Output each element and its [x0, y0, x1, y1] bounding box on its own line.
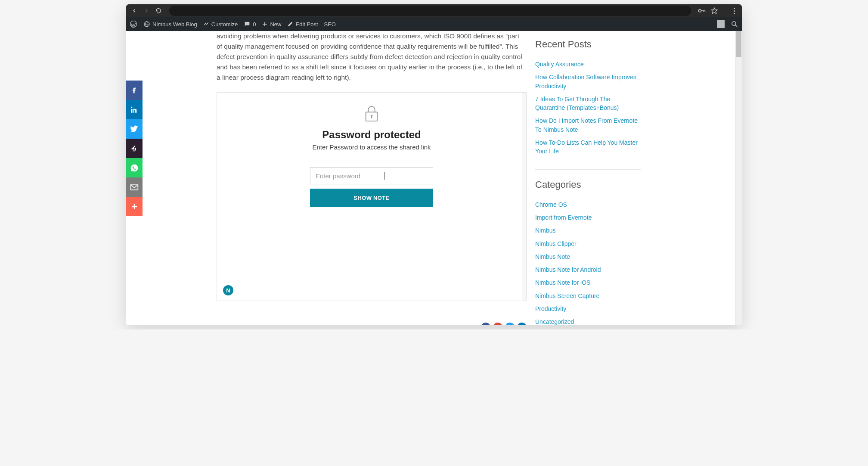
url-bar[interactable]: [169, 6, 691, 16]
recent-post-link[interactable]: How Do I Import Notes From Evernote To N…: [535, 114, 641, 136]
password-embed-card: Password protected Enter Password to acc…: [217, 92, 527, 301]
recent-posts-list: Quality Assurance How Collaboration Soft…: [535, 58, 641, 158]
nimbus-logo-badge[interactable]: N: [223, 285, 233, 295]
main-column: avoiding problems when delivering produc…: [217, 31, 527, 325]
category-link[interactable]: Nimbus Screen Capture: [535, 289, 641, 302]
bottom-share-row: G+: [217, 323, 527, 325]
embed-scrollbar[interactable]: [522, 93, 526, 301]
share-twitter-button[interactable]: [126, 119, 143, 139]
browser-window: Nimbus Web Blog Customize 0 New Edit Pos…: [126, 4, 742, 325]
bottom-share-googleplus[interactable]: G+: [493, 323, 502, 325]
social-share-bar: [126, 81, 143, 216]
sidebar-divider: [535, 169, 641, 170]
category-link[interactable]: Nimbus Note: [535, 250, 641, 263]
article-paragraph: avoiding problems when delivering produc…: [217, 31, 527, 83]
share-linkedin-button[interactable]: [126, 100, 143, 119]
bottom-share-facebook[interactable]: [481, 323, 490, 325]
new-link[interactable]: New: [262, 21, 281, 28]
customize-link[interactable]: Customize: [203, 21, 238, 28]
page-scrollbar[interactable]: [735, 31, 742, 325]
category-link[interactable]: Nimbus Note for Android: [535, 263, 641, 276]
category-link[interactable]: Uncategorized: [535, 315, 641, 325]
site-link[interactable]: Nimbus Web Blog: [143, 21, 197, 28]
share-email-button[interactable]: [126, 177, 143, 197]
seo-link[interactable]: SEO: [324, 21, 336, 28]
category-link[interactable]: Nimbus: [535, 224, 641, 237]
recent-post-link[interactable]: How Collaboration Software Improves Prod…: [535, 71, 641, 93]
svg-marker-4: [711, 8, 717, 13]
share-facebook-button[interactable]: [126, 81, 143, 100]
comments-link[interactable]: 0: [244, 21, 256, 28]
lock-icon: [363, 105, 380, 123]
bottom-share-twitter[interactable]: [505, 323, 515, 325]
svg-point-14: [131, 106, 133, 108]
password-title: Password protected: [322, 129, 421, 141]
scrollbar-thumb[interactable]: [736, 31, 741, 57]
star-icon[interactable]: [711, 7, 718, 14]
category-link[interactable]: Import from Evernote: [535, 211, 641, 224]
recent-post-link[interactable]: How To-Do Lists Can Help You Master Your…: [535, 136, 641, 158]
page-content: avoiding problems when delivering produc…: [126, 31, 742, 325]
share-whatsapp-button[interactable]: [126, 158, 143, 177]
search-icon[interactable]: [731, 20, 738, 28]
show-note-button[interactable]: SHOW NOTE: [310, 189, 433, 207]
recent-posts-heading: Recent Posts: [535, 39, 641, 50]
reload-button[interactable]: [155, 7, 162, 15]
edit-post-label: Edit Post: [295, 21, 318, 28]
category-link[interactable]: Chrome OS: [535, 198, 641, 211]
text-cursor-icon: [384, 172, 384, 180]
category-link[interactable]: Nimbus Clipper: [535, 237, 641, 250]
svg-point-0: [699, 9, 701, 12]
browser-menu-button[interactable]: [731, 8, 738, 14]
browser-toolbar: [126, 4, 742, 17]
categories-list: Chrome OS Import from Evernote Nimbus Ni…: [535, 198, 641, 325]
password-subtitle: Enter Password to access the shared link: [312, 143, 431, 151]
new-label: New: [270, 21, 281, 28]
svg-rect-13: [131, 109, 133, 112]
svg-point-18: [371, 115, 373, 117]
key-icon[interactable]: [698, 8, 706, 13]
category-link[interactable]: Nimbus Note for iOS: [535, 276, 641, 289]
sidebar: Recent Posts Quality Assurance How Colla…: [535, 31, 641, 325]
recent-post-link[interactable]: Quality Assurance: [535, 58, 641, 71]
site-name: Nimbus Web Blog: [152, 21, 197, 28]
edit-post-link[interactable]: Edit Post: [287, 21, 318, 28]
comments-count: 0: [253, 21, 256, 28]
password-input[interactable]: [310, 167, 433, 184]
seo-label: SEO: [324, 21, 336, 28]
svg-point-11: [732, 22, 736, 25]
wordpress-admin-bar: Nimbus Web Blog Customize 0 New Edit Pos…: [126, 17, 742, 31]
back-button[interactable]: [130, 7, 138, 15]
svg-line-12: [735, 25, 737, 27]
forward-button[interactable]: [143, 7, 150, 15]
bottom-share-linkedin[interactable]: [517, 323, 527, 325]
category-link[interactable]: Productivity: [535, 302, 641, 315]
categories-heading: Categories: [535, 179, 641, 190]
user-avatar[interactable]: [717, 20, 725, 28]
customize-label: Customize: [211, 21, 238, 28]
browser-right-icons: [698, 7, 718, 14]
share-slack-button[interactable]: [126, 139, 143, 158]
wordpress-logo[interactable]: [130, 20, 137, 28]
recent-post-link[interactable]: 7 Ideas To Get Through The Quarantine (T…: [535, 93, 641, 115]
share-more-button[interactable]: [126, 197, 143, 216]
